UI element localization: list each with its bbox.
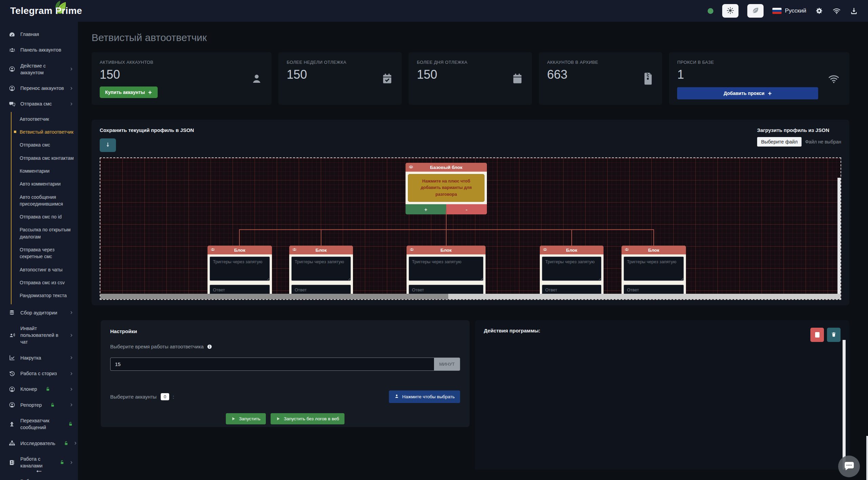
sidebar-subitem-autoposting[interactable]: Автопостинг в чаты — [12, 263, 78, 276]
child-block-header[interactable]: Блок — [289, 246, 353, 254]
sidebar-item-invite-users[interactable]: Инвайт пользователей в чат — [0, 321, 78, 350]
add-proxy-button[interactable]: Добавить прокси — [677, 87, 818, 99]
sidebar-item-audience-collection[interactable]: Сбор аудитории — [0, 305, 78, 321]
unlock-icon — [59, 460, 65, 465]
child-block-header[interactable]: Блок — [622, 246, 686, 254]
sidebar-subitem-branched-autoresponder[interactable]: Ветвистый автоответчик — [12, 126, 78, 138]
child-block: Блок — [622, 246, 686, 300]
user-secret-icon — [9, 421, 16, 427]
users-icon — [542, 247, 548, 252]
sidebar-item-label: Работа с сториз — [20, 370, 57, 377]
log-vertical-scrollbar[interactable] — [843, 340, 846, 469]
sidebar-subitem-open-dialogs[interactable]: Рассылка по открытым диалогам — [12, 223, 78, 243]
canvas-horizontal-scrollbar[interactable] — [100, 294, 841, 299]
scrollbar-thumb[interactable] — [448, 294, 841, 299]
eco-mode-button[interactable] — [747, 4, 764, 18]
triggers-textarea[interactable] — [409, 256, 484, 281]
unlock-icon — [45, 386, 51, 392]
base-block: Базовый блок Нажмите на плюс чтоб добави… — [406, 163, 487, 214]
sidebar-subitem-auto-messages-joined[interactable]: Авто сообщения присоединившимся — [12, 191, 78, 211]
child-block-header[interactable]: Блок — [407, 246, 486, 254]
sidebar-item-boosting[interactable]: Накрутка — [0, 350, 78, 366]
download-json-button[interactable] — [100, 138, 116, 152]
sidebar-subitem-comments[interactable]: Комментарии — [12, 165, 78, 177]
chevron-right-icon — [70, 461, 73, 464]
sidebar-subitem-sms-by-id[interactable]: Отправка смс по id — [12, 210, 78, 223]
run-button[interactable]: Запустить — [226, 413, 266, 424]
file-input[interactable]: Выберите файл Файл не выбран — [757, 137, 841, 147]
sidebar-subitem-text-randomizer[interactable]: Рандомизатор текста — [12, 289, 78, 302]
sidebar-item-home[interactable]: Главная — [0, 26, 78, 42]
language-selector[interactable]: Русский — [772, 7, 806, 14]
child-block-header[interactable]: Блок — [540, 246, 604, 254]
sidebar-item-label: Сбор аудитории — [20, 309, 57, 316]
connector-drop — [653, 229, 654, 246]
triggers-textarea[interactable] — [291, 256, 351, 281]
connector-drop — [446, 229, 447, 246]
choose-file-button[interactable]: Выберите файл — [757, 137, 802, 147]
info-icon[interactable] — [207, 344, 212, 349]
add-branch-button[interactable]: + — [406, 204, 446, 214]
wifi-icon[interactable] — [832, 7, 841, 15]
sidebar-subitem-auto-comments[interactable]: Авто комментарии — [12, 177, 78, 190]
sidebar-item-web-deploy[interactable]: Веб развертывание аккаунта — [0, 474, 78, 480]
stat-value: 1 — [677, 68, 841, 82]
sidebar-item-label: Отправка смс — [20, 100, 52, 107]
chevron-right-icon — [70, 87, 73, 90]
sidebar-item-cloner[interactable]: Клонер — [0, 381, 78, 397]
clear-log-button[interactable] — [827, 328, 841, 342]
sidebar-subitem-sms-from-csv[interactable]: Отправка смс из csv — [12, 276, 78, 289]
child-block: Блок — [208, 246, 272, 300]
sidebar-item-accounts-panel[interactable]: Панель аккаунтов — [0, 42, 78, 58]
wifi-icon — [827, 73, 841, 84]
sidebar-item-researcher[interactable]: Исследователь — [0, 436, 78, 451]
time-input-group: МИНУТ — [110, 358, 460, 371]
sidebar-item-label: Главная — [20, 31, 39, 38]
download-icon[interactable] — [850, 7, 858, 15]
sidebar-item-account-actions[interactable]: Действие с аккаунтом — [0, 58, 78, 81]
sidebar-subitem-sms-contacts[interactable]: Отправка смс контактам — [12, 152, 78, 165]
user-icon — [394, 394, 399, 400]
chat-support-button[interactable] — [838, 456, 860, 477]
buy-accounts-button[interactable]: Купить аккаунты — [100, 87, 158, 98]
settings-gear-icon[interactable] — [815, 7, 823, 15]
page-scrollbar[interactable] — [866, 436, 868, 480]
stat-value: 150 — [287, 68, 394, 82]
sidebar-item-label: Действие с аккаунтом — [20, 62, 65, 76]
select-accounts-button[interactable]: Нажмите чтобы выбрать — [389, 390, 460, 403]
triggers-textarea[interactable] — [542, 256, 601, 281]
triggers-textarea[interactable] — [210, 256, 270, 281]
stat-card-proxies: ПРОКСИ В БАЗЕ 1 Добавить прокси — [669, 52, 849, 105]
chevron-right-icon — [70, 67, 73, 71]
profile-json-panel: Сохранить текущий профиль в JSON Загрузи… — [92, 120, 849, 305]
user-circle-icon — [9, 85, 16, 92]
base-block-header[interactable]: Базовый блок — [406, 163, 487, 172]
sidebar-item-reporter[interactable]: Репортер — [0, 397, 78, 413]
sidebar-subitem-sms-send[interactable]: Отправка смс — [12, 138, 78, 151]
settings-title: Настройки — [110, 328, 460, 334]
sidebar-item-stories[interactable]: Работа с сториз — [0, 366, 78, 381]
sidebar-item-label: Накрутка — [20, 354, 41, 361]
canvas-vertical-scrollbar[interactable] — [837, 178, 841, 294]
trash-icon — [831, 331, 836, 339]
users-icon — [409, 247, 414, 252]
stop-button[interactable] — [810, 328, 824, 342]
play-icon — [231, 416, 236, 421]
theme-toggle-button[interactable] — [722, 4, 738, 18]
sidebar-item-sms-sending[interactable]: Отправка смс — [0, 96, 78, 112]
time-input[interactable] — [110, 358, 434, 371]
save-profile-label: Сохранить текущий профиль в JSON — [100, 127, 194, 133]
child-block-header[interactable]: Блок — [208, 246, 272, 254]
chart-line-icon — [9, 354, 16, 361]
chevron-right-icon — [70, 387, 73, 391]
triggers-textarea[interactable] — [624, 256, 684, 281]
sidebar-subitem-secret-sms[interactable]: Отправка через секретные смс — [12, 243, 78, 263]
child-block-title: Блок — [440, 248, 452, 253]
sidebar-item-account-transfer[interactable]: Перенос аккаунтов — [0, 80, 78, 96]
remove-branch-button[interactable]: - — [446, 204, 487, 214]
sidebar-subitem-autoresponder[interactable]: Автоответчик — [12, 113, 78, 126]
chevron-right-icon — [70, 333, 73, 337]
sidebar-collapse-button[interactable]: ← — [0, 465, 78, 475]
run-no-weblogs-button[interactable]: Запустить без логов в веб — [271, 413, 344, 424]
sidebar-item-message-interceptor[interactable]: Перехватчик сообщений — [0, 413, 78, 436]
